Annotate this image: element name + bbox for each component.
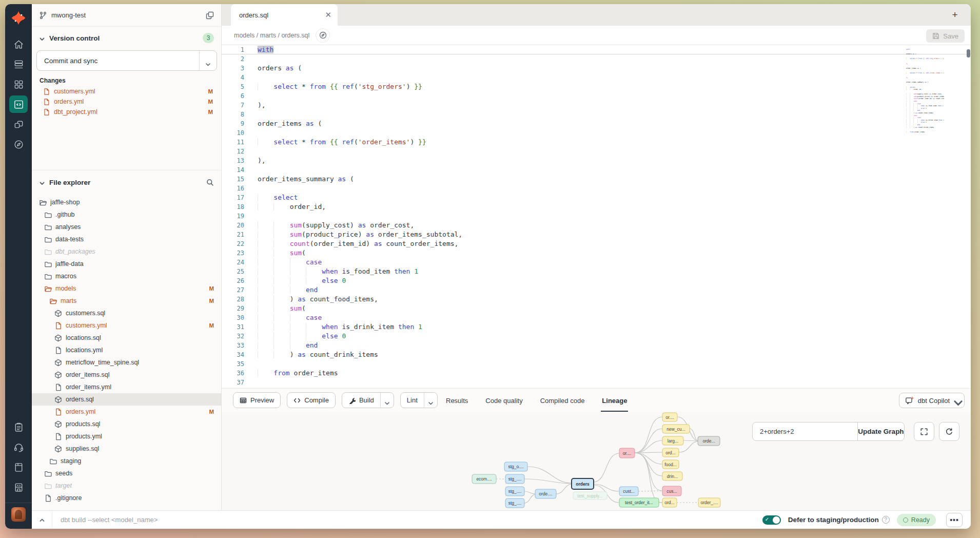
lineage-node-stg-orders[interactable]: stg_o.... [504,462,527,471]
code-line-3[interactable]: 3orders as ( [222,64,971,73]
build-button[interactable]: Build [342,392,394,408]
command-input-placeholder[interactable]: dbt build --select <model_name> [61,516,762,524]
lineage-node-food[interactable]: food... [662,460,679,469]
changed-file-orders.yml[interactable]: orders.ymlM [32,97,221,107]
tree-item-customers.yml[interactable]: customers.ymlM [32,319,221,332]
rail-item-apps-grid[interactable] [9,75,28,93]
copy-files-icon[interactable] [206,11,214,20]
tree-item-marts[interactable]: martsM [32,295,221,307]
preview-button[interactable]: Preview [233,392,281,408]
more-options-button[interactable]: ••• [946,513,963,527]
tree-item-.gitignore[interactable]: .gitignore [32,492,221,504]
code-line-37[interactable]: 37 [222,378,971,387]
code-line-14[interactable]: 14 [222,165,971,175]
commit-and-sync-button[interactable]: Commit and sync [36,50,217,71]
code-line-5[interactable]: 5 select * from {{ ref('stg_orders') }} [222,82,971,91]
lineage-node-test-supply[interactable]: test_supply... [573,492,607,499]
lint-button[interactable]: Lint [400,392,438,408]
code-line-1[interactable]: 1with [222,45,971,54]
tree-item-jaffle-shop[interactable]: jaffle-shop [32,196,221,208]
rail-item-support[interactable] [9,438,28,456]
lineage-node-orders[interactable]: orders [572,478,594,489]
code-line-34[interactable]: 34 ) as count_drink_items [222,350,971,359]
tree-item-products.sql[interactable]: products.sql [32,418,221,430]
editor-scrollbar[interactable] [967,49,970,57]
code-line-28[interactable]: 28 ) as count_food_items, [222,295,971,304]
code-line-2[interactable]: 2 [222,54,971,64]
code-line-30[interactable]: 30 case [222,313,971,322]
update-graph-button[interactable]: Update Graph [857,422,904,440]
lineage-node-orde-grey[interactable]: orde... [698,436,720,446]
lineage-node-drin[interactable]: drin... [662,472,682,481]
code-line-19[interactable]: 19 [222,212,971,221]
compile-button[interactable]: Compile [287,392,336,408]
lineage-node-stg-4[interactable]: stg_.... [505,498,524,508]
lineage-node-stg-3[interactable]: stg_.... [505,487,524,496]
tree-item-analyses[interactable]: analyses [32,221,221,233]
lineage-node-cus-pink[interactable]: cus... [662,486,681,496]
editor-tab-orders-sql[interactable]: orders.sql ✕ [231,4,338,26]
code-line-12[interactable]: 12 [222,147,971,156]
code-line-7[interactable]: 7), [222,101,971,110]
build-dropdown-chevron[interactable] [380,393,394,408]
tree-item-order-items.yml[interactable]: order_items.yml [32,381,221,393]
lineage-node-order-items[interactable]: orde.... [535,489,556,498]
code-line-20[interactable]: 20 sum(supply_cost) as order_cost, [222,221,971,230]
editor-minimap[interactable]: with orders as ( select * from {{ ref('s… [906,48,944,139]
code-line-25[interactable]: 25 when is_food_item then 1 [222,267,971,276]
close-tab-icon[interactable]: ✕ [325,10,331,20]
tab-results[interactable]: Results [446,389,468,412]
expand-command-bar-chevron[interactable] [32,511,52,529]
fullscreen-button[interactable] [914,422,934,441]
help-icon[interactable]: ? [882,516,890,524]
tree-item-.github[interactable]: .github [32,208,221,221]
tab-compiled-code[interactable]: Compiled code [540,389,585,412]
tree-item-supplies.sql[interactable]: supplies.sql [32,443,221,455]
code-line-29[interactable]: 29 sum( [222,304,971,313]
lineage-filter-input[interactable] [753,422,857,440]
tree-item-locations.yml[interactable]: locations.yml [32,344,221,356]
tree-item-macros[interactable]: macros [32,270,221,282]
tree-item-products.yml[interactable]: products.yml [32,430,221,443]
lineage-node-ord-y2[interactable]: ord... [662,498,677,507]
tab-lineage[interactable]: Lineage [602,389,627,412]
lineage-node-or-pink[interactable]: or.... [619,448,635,458]
code-line-16[interactable]: 16 [222,184,971,193]
rail-item-documentation[interactable] [9,458,28,476]
open-in-explorer-icon[interactable] [316,28,330,43]
lineage-node-larg[interactable]: larg... [662,436,683,445]
lineage-node-or-y[interactable]: or.... [662,413,677,421]
code-editor[interactable]: with orders as ( select * from {{ ref('s… [222,45,971,388]
branch-name[interactable]: mwong-test [51,11,206,19]
code-line-15[interactable]: 15order_items_summary as ( [222,175,971,184]
tree-item-staging[interactable]: staging [32,455,221,467]
code-line-36[interactable]: 36 from order_items [222,369,971,378]
tree-item-models[interactable]: modelsM [32,282,221,295]
lint-dropdown-chevron[interactable] [424,393,437,408]
code-line-32[interactable]: 32 else 0 [222,332,971,341]
lineage-node-ord-y[interactable]: ord... [662,448,679,457]
rail-item-explore[interactable] [9,136,28,153]
dbt-logo-icon[interactable] [11,10,26,26]
code-line-8[interactable]: 8 [222,110,971,119]
tree-item-orders.yml[interactable]: orders.ymlM [32,406,221,418]
tree-item-data-tests[interactable]: data-tests [32,233,221,245]
rail-item-tasks[interactable] [9,418,28,436]
lineage-node-order-far[interactable]: order_.... [698,498,720,507]
changed-file-customers.yml[interactable]: customers.ymlM [32,86,221,97]
commit-options-chevron[interactable] [199,51,217,70]
new-tab-button[interactable]: + [948,8,962,22]
code-line-26[interactable]: 26 else 0 [222,276,971,285]
code-line-27[interactable]: 27 end [222,285,971,295]
code-line-9[interactable]: 9order_items as ( [222,119,971,128]
code-line-4[interactable]: 4 [222,73,971,82]
tree-item-jaffle-data[interactable]: jaffle-data [32,258,221,270]
tree-item-customers.sql[interactable]: customers.sql [32,307,221,319]
changed-file-dbt_project.yml[interactable]: dbt_project.ymlM [32,107,221,117]
tree-item-orders.sql[interactable]: orders.sql [32,393,221,406]
code-line-23[interactable]: 23 sum( [222,248,971,258]
refresh-graph-button[interactable] [939,422,959,441]
defer-toggle[interactable]: ✓ [762,515,781,525]
version-control-header[interactable]: Version control 3 [32,30,221,46]
tree-item-dbt-packages[interactable]: dbt_packages [32,245,221,258]
